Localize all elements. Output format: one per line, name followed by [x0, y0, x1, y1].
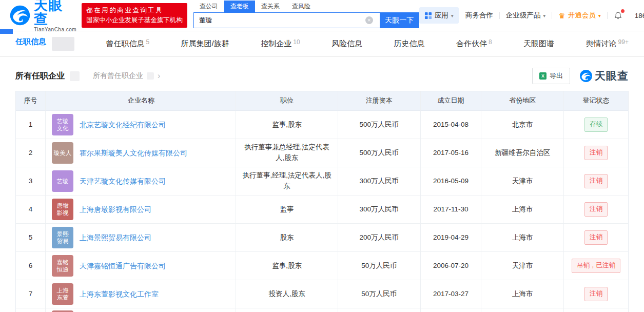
company-link[interactable]: 北京艺璇文化经纪有限公司 [80, 120, 166, 130]
enterprise-product-menu[interactable]: 企业级产品 ▾ [500, 11, 552, 20]
table-row: 6 嘉铭 恒通 天津嘉铭恒通广告有限公司 监事,股东 50万人民币 2006-0… [16, 252, 628, 280]
company-logo[interactable]: 艺璇 [52, 170, 73, 192]
capital-text: 50万人民币 [361, 261, 397, 271]
company-link[interactable]: 上海唐墩影视有限公司 [80, 204, 151, 215]
company-cell: 嘉铭 恒通 天津嘉铭恒通广告有限公司 [46, 252, 236, 280]
promo-line2: 国家中小企业发展子基金旗下机构 [86, 15, 183, 25]
position-text: 执行董事兼总经理,法定代表人,股东 [241, 142, 333, 164]
tianyancha-logo[interactable]: 天眼查 TianYanCha.com [9, 0, 76, 32]
business-cooperation-link[interactable]: 商务合作 [459, 11, 499, 20]
date-cell: 2019-04-29 [421, 224, 482, 252]
notification-dot [621, 9, 625, 13]
chevron-down-icon: ▾ [598, 13, 601, 18]
company-logo[interactable]: 嘉铭 恒通 [52, 255, 73, 277]
row-index-text: 4 [29, 204, 33, 215]
nav-tab[interactable]: 舆情讨论 99+ [586, 39, 629, 49]
row-index-text: 1 [29, 120, 33, 130]
table-row: 5 景熙 贸易 上海景熙贸易有限公司 股东 200万人民币 2019-04-29… [16, 224, 628, 252]
nav-tab-label: 风险信息 [331, 39, 362, 49]
nav-tab[interactable]: 风险信息 [331, 39, 362, 49]
region-text: 上海市 [512, 289, 533, 300]
row-index-text: 7 [29, 289, 33, 300]
status-cell: 注销 [564, 280, 628, 308]
apps-menu-button[interactable]: 应用 ▾ [419, 7, 459, 24]
capital-cell: 50万人民币 [338, 252, 421, 280]
row-index-cell: 4 [16, 196, 46, 224]
company-link[interactable]: 霍尔果斯璇美人文化传媒有限公司 [80, 148, 187, 159]
search-type-tab[interactable]: 查公司 [193, 1, 224, 12]
date-cell: 2017-05-16 [421, 139, 482, 167]
status-badge: 存续 [584, 118, 608, 131]
search-type-tab-label: 查老板 [230, 3, 249, 10]
search-type-tab[interactable]: 查关系 [255, 1, 286, 12]
chevron-right-icon: › [158, 72, 160, 80]
company-link[interactable]: 天津嘉铭恒通广告有限公司 [80, 261, 166, 271]
date-text: 2017-05-16 [433, 148, 469, 159]
export-button[interactable]: X 导出 [532, 68, 570, 84]
top-header: 天眼查 TianYanCha.com 都在用的商业查询工具 国家中小企业发展子基… [0, 0, 644, 31]
nav-tab-label: 控制企业 [261, 39, 291, 49]
nav-tab-count: 5 [146, 38, 149, 46]
status-cell: 注销 [564, 139, 628, 167]
row-index-text: 6 [29, 261, 33, 271]
former-positions-link[interactable]: 所有曾任职企业 › [93, 71, 160, 81]
capital-text: 200万人民币 [360, 232, 399, 243]
company-link[interactable]: 上海景熙贸易有限公司 [80, 232, 151, 243]
capital-cell: 50万人民币 [338, 280, 421, 308]
company-logo[interactable]: 景熙 贸易 [52, 227, 73, 248]
nav-tab-label: 天眼图谱 [523, 39, 554, 49]
nav-tab[interactable]: 合作伙伴 8 [456, 39, 492, 49]
nav-tab[interactable]: 任职信息 [15, 37, 74, 51]
clear-search-icon[interactable]: × [365, 16, 373, 24]
skeleton-box [70, 71, 80, 81]
status-cell: 存续 [564, 111, 628, 139]
watermark-brand-text: 天眼查 [595, 69, 629, 83]
region-text: 北京市 [512, 120, 533, 130]
nav-tab[interactable]: 控制企业 10 [261, 39, 300, 49]
capital-cell: 500万人民币 [338, 139, 421, 167]
section-header: 所有任职企业 所有曾任职企业 › X 导出 天眼查 [15, 68, 629, 84]
brand-domain: TianYanCha.com [34, 27, 76, 32]
search-input[interactable] [193, 12, 380, 28]
region-text: 天津市 [512, 176, 533, 187]
account-phone: 186*... [635, 12, 644, 20]
header-menu: 应用 ▾ 商务合作 企业级产品 ▾ ♛ 开通会员 ▾ 186*... ▾ [419, 7, 644, 24]
position-cell: 执行董事,经理,法定代表人,股东 [236, 167, 338, 196]
company-cell: 景熙 贸易 上海景熙贸易有限公司 [46, 224, 236, 252]
search-tabs: 查公司 查老板 查关系 查风险 [193, 1, 419, 12]
vip-upgrade-button[interactable]: ♛ 开通会员 ▾ [552, 11, 607, 20]
nav-tab-label: 曾任职信息 [106, 39, 144, 49]
company-logo[interactable]: 唐墩 影视 [52, 199, 73, 220]
table-row-partial [16, 308, 628, 312]
nav-tab[interactable]: 所属集团/族群 [181, 39, 229, 49]
account-menu-button[interactable]: 186*... ▾ [629, 12, 644, 20]
company-logo[interactable]: 璇美人 [52, 142, 73, 164]
company-link[interactable]: 上海东萱影视文化工作室 [80, 289, 159, 300]
nav-tab[interactable]: 天眼图谱 [523, 39, 554, 49]
capital-text: 50万人民币 [361, 289, 397, 300]
row-index-cell: 2 [16, 139, 46, 167]
company-logo[interactable]: 上海 东萱 [52, 283, 73, 305]
search-button[interactable]: 天眼一下 [380, 12, 419, 28]
col-header-position: 职位 [236, 91, 338, 111]
status-cell: 注销 [564, 224, 628, 252]
search-type-tab[interactable]: 查老板 [224, 1, 255, 12]
search-type-tab[interactable]: 查风险 [286, 1, 317, 12]
company-link[interactable]: 天津艺璇文化传媒有限公司 [80, 176, 166, 187]
company-logo[interactable]: 艺璇 文化 [52, 114, 73, 135]
nav-tab[interactable]: 历史信息 [394, 39, 424, 49]
notification-bell-button[interactable] [608, 11, 629, 20]
date-text: 2015-04-08 [433, 120, 469, 130]
nav-skeleton [52, 37, 74, 51]
capital-cell: 300万人民币 [338, 196, 421, 224]
apps-label: 应用 [435, 11, 448, 20]
capital-text: 500万人民币 [360, 148, 399, 159]
date-text: 2017-11-30 [434, 204, 469, 215]
table-row: 4 唐墩 影视 上海唐墩影视有限公司 监事 300万人民币 2017-11-30… [16, 196, 628, 224]
col-header-company: 企业名称 [46, 91, 236, 111]
nav-tab[interactable]: 曾任职信息 5 [106, 39, 149, 49]
position-text: 监事 [280, 204, 294, 215]
position-text: 投资人,股东 [268, 289, 305, 300]
table-row: 1 艺璇 文化 北京艺璇文化经纪有限公司 监事,股东 500万人民币 2015-… [16, 111, 628, 139]
company-cell: 艺璇 文化 北京艺璇文化经纪有限公司 [46, 111, 236, 139]
